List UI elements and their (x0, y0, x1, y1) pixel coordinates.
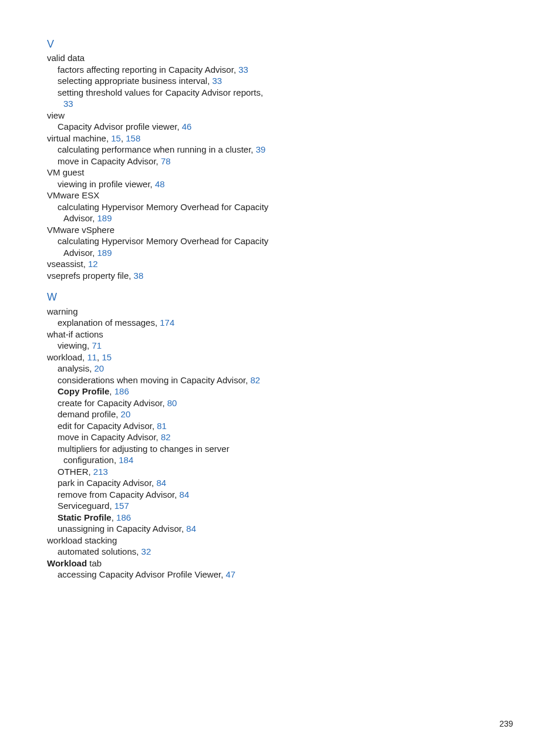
index-entry-text: selecting appropriate business interval, (58, 76, 210, 86)
page-link[interactable]: 33 (63, 99, 73, 109)
index-entry-text: park in Capacity Advisor, (58, 478, 154, 488)
page-link[interactable]: 71 (92, 340, 102, 350)
index-entry: create for Capacity Advisor, 80 (58, 397, 329, 409)
index-entry-text: multipliers for adjusting to changes in … (58, 444, 230, 454)
index-entry: viewing in profile viewer, 48 (58, 178, 329, 190)
index-entry-text: create for Capacity Advisor, (58, 398, 165, 408)
index-entry: Advisor, 189 (63, 247, 329, 259)
index-entry-text: valid data (47, 53, 85, 63)
page-link[interactable]: 213 (93, 467, 108, 477)
index-entry: move in Capacity Advisor, 78 (58, 156, 329, 167)
index-entry: factors affecting reporting in Capacity … (58, 64, 329, 76)
index-entry-text: tab (87, 558, 102, 568)
page-link[interactable]: 11 (87, 352, 97, 362)
page-link[interactable]: 12 (88, 259, 98, 269)
index-entry-text: VMware vSphere (47, 225, 114, 235)
index-entry-text: demand profile, (58, 409, 118, 419)
index-entry-text: VM guest (47, 167, 84, 177)
index-entry: analysis, 20 (58, 363, 329, 374)
index-entry: valid data (47, 52, 329, 64)
index-entry: Static Profile, 186 (58, 512, 329, 524)
page-link[interactable]: 189 (97, 213, 112, 223)
page-link[interactable]: 46 (182, 121, 192, 131)
index-entry-text: workload stacking (47, 535, 117, 545)
section-letter: V (47, 38, 329, 51)
section-letter: W (47, 291, 329, 304)
index-entry: Copy Profile, 186 (58, 386, 329, 397)
index-entry: considerations when moving in Capacity A… (58, 374, 329, 386)
page-link[interactable]: 174 (160, 318, 174, 328)
index-entry-text: , (112, 512, 114, 522)
page-link[interactable]: 84 (180, 490, 190, 499)
page-link[interactable]: 38 (134, 271, 144, 281)
index-entry: selecting appropriate business interval,… (58, 75, 329, 87)
index-entry: automated solutions, 32 (58, 546, 329, 558)
index-entry-bold-text: Static Profile (58, 512, 112, 522)
index-entry-text: Serviceguard, (58, 501, 112, 511)
index-entry: VM guest (47, 167, 329, 178)
page-link[interactable]: 39 (256, 144, 266, 154)
page-link[interactable]: 33 (212, 76, 222, 86)
index-entry: Serviceguard, 157 (58, 500, 329, 512)
index-entry: explanation of messages, 174 (58, 317, 329, 329)
index-entry: Workload tab (47, 558, 329, 569)
index-entry-text: OTHER, (58, 467, 91, 477)
index-entry: vseprefs property file, 38 (47, 270, 329, 282)
page-link[interactable]: 81 (157, 421, 167, 431)
page-link[interactable]: 15 (111, 133, 121, 143)
index-entry-text: configuration, (63, 455, 116, 465)
index-entry: workload stacking (47, 535, 329, 546)
page-link[interactable]: 186 (116, 512, 131, 522)
index-entry-text: calculating Hypervisor Memory Overhead f… (58, 202, 268, 212)
index-entry-text: view (47, 110, 65, 120)
page-link[interactable]: 20 (95, 363, 104, 373)
page-link[interactable]: 184 (119, 455, 133, 465)
page-link[interactable]: 78 (161, 156, 171, 166)
page-link[interactable]: 157 (114, 501, 129, 511)
index-entry-text: calculating Hypervisor Memory Overhead f… (58, 236, 268, 246)
page-number: 239 (500, 719, 513, 728)
index-entry: workload, 11, 15 (47, 352, 329, 363)
page-link[interactable]: 158 (126, 133, 140, 143)
index-entry-text: accessing Capacity Advisor Profile Viewe… (58, 569, 223, 579)
page-link[interactable]: 84 (186, 524, 196, 534)
index-entry: demand profile, 20 (58, 409, 329, 420)
index-entry-text: workload, (47, 352, 85, 362)
index-entry: calculating performance when running in … (58, 144, 329, 156)
index-entry-text: edit for Capacity Advisor, (58, 421, 154, 431)
index-entry-text: considerations when moving in Capacity A… (58, 375, 248, 385)
page-link[interactable]: 15 (102, 352, 112, 362)
page-link[interactable]: 20 (121, 409, 131, 419)
page-link[interactable]: 47 (226, 569, 236, 579)
page-link[interactable]: 82 (251, 375, 261, 385)
index-entry: remove from Capacity Advisor, 84 (58, 489, 329, 501)
page-link[interactable]: 33 (238, 65, 248, 75)
index-entry-text: calculating performance when running in … (58, 144, 254, 154)
page-link[interactable]: 186 (114, 386, 129, 396)
index-entry: edit for Capacity Advisor, 81 (58, 420, 329, 432)
index-entry-text: , (109, 386, 112, 396)
index-entry-text: virtual machine, (47, 133, 109, 143)
index-entry-text: setting threshold values for Capacity Ad… (58, 87, 263, 97)
index-entry-text: analysis, (58, 363, 92, 373)
index-entry: Advisor, 189 (63, 212, 329, 224)
index-entry-text: viewing in profile viewer, (58, 179, 153, 189)
page-link[interactable]: 189 (97, 248, 112, 258)
index-entry: VMware vSphere (47, 224, 329, 236)
index-entry: vseassist, 12 (47, 258, 329, 270)
index-entry-text: move in Capacity Advisor, (58, 432, 158, 442)
index-entry-text: warning (47, 306, 78, 316)
index-entry: setting threshold values for Capacity Ad… (58, 87, 329, 99)
index-entry: what-if actions (47, 329, 329, 340)
index-entry-text: Capacity Advisor profile viewer, (58, 121, 180, 131)
index-content: Vvalid datafactors affecting reporting i… (47, 38, 329, 580)
page-link[interactable]: 32 (141, 546, 151, 556)
page-link[interactable]: 48 (155, 179, 165, 189)
page-link[interactable]: 80 (167, 398, 177, 408)
index-entry-text: VMware ESX (47, 190, 99, 200)
index-entry: move in Capacity Advisor, 82 (58, 431, 329, 443)
index-entry: calculating Hypervisor Memory Overhead f… (58, 235, 329, 247)
page-link[interactable]: 82 (161, 432, 171, 442)
page-link[interactable]: 84 (156, 478, 166, 488)
index-entry-text: vseprefs property file, (47, 271, 131, 281)
